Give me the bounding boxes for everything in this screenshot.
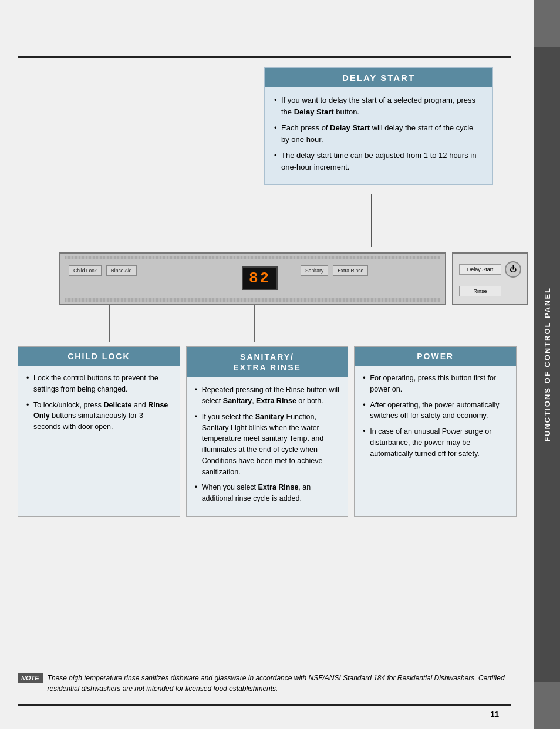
panel-buttons-area: Child Lock Rinse Aid bbox=[69, 265, 137, 276]
sanitary-bullet3: When you select Extra Rinse, an addition… bbox=[195, 482, 340, 504]
control-panel-illustration: Child Lock Rinse Aid 82 Sanitary Extra R… bbox=[59, 252, 446, 305]
child-lock-button: Child Lock bbox=[69, 265, 102, 276]
power-box-content: For operating, press this button first f… bbox=[355, 366, 516, 471]
delay-start-bullet2: Each press of Delay Start will delay the… bbox=[274, 122, 483, 145]
sanitary-box-header: SANITARY/ EXTRA RINSE bbox=[187, 347, 348, 377]
note-label: NOTE bbox=[18, 673, 43, 683]
sanitary-connector bbox=[254, 305, 255, 342]
power-button: ⏻ bbox=[505, 261, 521, 278]
main-content: DELAY START If you want to delay the sta… bbox=[0, 0, 534, 729]
child-lock-box-header: CHILD LOCK bbox=[18, 347, 180, 366]
power-box-header: POWER bbox=[355, 347, 516, 366]
panel-right-controls: Delay Start ⏻ Rinse bbox=[452, 252, 528, 305]
delay-connector-line bbox=[371, 194, 372, 247]
right-sidebar: FUNCTIONS OF CONTROL PANEL bbox=[534, 0, 560, 729]
sanitary-button: Sanitary bbox=[301, 265, 328, 276]
sanitary-bullet2: If you select the Sanitary Function, San… bbox=[195, 411, 340, 478]
sanitary-header-text: SANITARY/ EXTRA RINSE bbox=[193, 352, 342, 373]
page-number: 11 bbox=[491, 710, 499, 718]
panel-display: 82 bbox=[242, 266, 278, 290]
top-divider-line bbox=[18, 56, 511, 58]
sidebar-text-container: FUNCTIONS OF CONTROL PANEL bbox=[543, 47, 552, 682]
delay-start-header: DELAY START bbox=[265, 68, 492, 87]
power-bullet3: In case of an unusual Power surge or dis… bbox=[363, 426, 508, 459]
note-text: These high temperature rinse sanitizes d… bbox=[48, 673, 517, 694]
child-lock-bullet1: Lock the control buttons to prevent the … bbox=[26, 373, 171, 395]
delay-start-bullet3: The delay start time can be adjusted fro… bbox=[274, 150, 483, 173]
child-lock-box-content: Lock the control buttons to prevent the … bbox=[18, 366, 180, 444]
child-lock-connector bbox=[109, 305, 110, 342]
delay-start-bullet1: If you want to delay the start of a sele… bbox=[274, 95, 483, 117]
panel-stripe-bottom bbox=[65, 298, 440, 302]
sidebar-top-block bbox=[534, 0, 560, 47]
rinse-row: Rinse bbox=[459, 286, 501, 296]
delay-start-content: If you want to delay the start of a sele… bbox=[265, 87, 492, 184]
power-bullet2: After operating, the power automatically… bbox=[363, 400, 508, 422]
child-lock-box: CHILD LOCK Lock the control buttons to p… bbox=[18, 346, 180, 517]
panel-stripe-top bbox=[65, 256, 440, 259]
sidebar-bottom-block bbox=[534, 682, 560, 729]
delay-start-box: DELAY START If you want to delay the sta… bbox=[264, 68, 493, 185]
delay-start-label: Delay Start bbox=[459, 264, 501, 275]
sanitary-bullet1: Repeated pressing of the Rinse button wi… bbox=[195, 384, 340, 407]
delay-start-row: Delay Start ⏻ bbox=[459, 261, 521, 278]
rinse-aid-button: Rinse Aid bbox=[106, 265, 137, 276]
sidebar-text: FUNCTIONS OF CONTROL PANEL bbox=[543, 287, 552, 442]
sanitary-box-content: Repeated pressing of the Rinse button wi… bbox=[187, 377, 348, 516]
bottom-divider-line bbox=[18, 704, 511, 706]
bottom-info-section: CHILD LOCK Lock the control buttons to p… bbox=[18, 346, 517, 517]
sanitary-box: SANITARY/ EXTRA RINSE Repeated pressing … bbox=[186, 346, 349, 517]
child-lock-bullet2: To lock/unlock, press Delicate and Rinse… bbox=[26, 400, 171, 433]
power-box: POWER For operating, press this button f… bbox=[354, 346, 517, 517]
power-bullet1: For operating, press this button first f… bbox=[363, 373, 508, 395]
panel-right-buttons-area: Sanitary Extra Rinse bbox=[301, 265, 368, 276]
note-section: NOTE These high temperature rinse saniti… bbox=[18, 673, 517, 694]
rinse-label: Rinse bbox=[459, 286, 501, 296]
extra-rinse-button: Extra Rinse bbox=[333, 265, 368, 276]
